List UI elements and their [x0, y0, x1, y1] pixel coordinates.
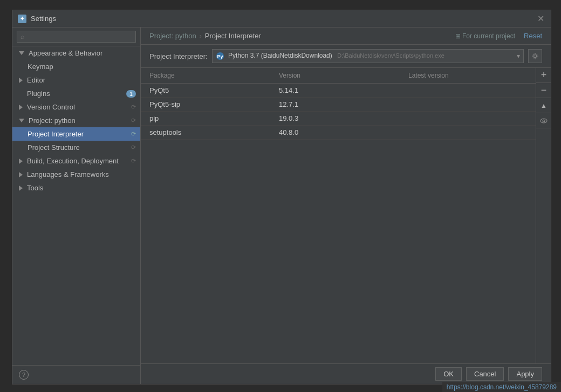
col-package: Package — [141, 70, 270, 81]
dialog-title: Settings — [31, 15, 56, 23]
sidebar: Appearance & Behavior Keymap Editor Plug… — [12, 27, 141, 384]
content-with-controls: Package Version Latest version PyQt5 5.1… — [141, 68, 551, 363]
table-row[interactable]: PyQt5 5.14.1 — [141, 84, 536, 98]
project-structure-icon: ⟳ — [131, 144, 136, 151]
col-version: Version — [270, 70, 400, 81]
breadcrumb-bar: Project: python › Project Interpreter ⊞ … — [141, 27, 551, 45]
sidebar-item-keymap[interactable]: Keymap — [12, 60, 140, 73]
for-current-label: ⊞ For current project — [455, 32, 515, 40]
gear-button[interactable] — [528, 49, 542, 63]
triangle-icon — [19, 78, 23, 83]
cancel-button[interactable]: Cancel — [466, 367, 504, 381]
main-content: Project: python › Project Interpreter ⊞ … — [141, 27, 551, 384]
close-button[interactable]: ✕ — [536, 14, 545, 24]
sidebar-item-languages-frameworks[interactable]: Languages & Frameworks — [12, 168, 140, 181]
table-section: Package Version Latest version PyQt5 5.1… — [141, 68, 536, 363]
sidebar-item-appearance-behavior[interactable]: Appearance & Behavior — [12, 46, 140, 60]
triangle-icon — [19, 185, 23, 191]
breadcrumb-right: ⊞ For current project Reset — [455, 32, 542, 40]
sidebar-item-project-interpreter[interactable]: Project Interpreter ⟳ — [12, 127, 140, 141]
package-version: 5.14.1 — [270, 84, 400, 97]
package-latest — [400, 116, 536, 121]
package-version: 19.0.3 — [270, 112, 400, 125]
triangle-icon — [19, 119, 24, 122]
remove-package-button[interactable]: − — [536, 83, 551, 98]
breadcrumb-separator: › — [200, 32, 202, 40]
table-row[interactable]: pip 19.0.3 — [141, 112, 536, 126]
project-icon: ⟳ — [131, 117, 136, 124]
table-row[interactable]: PyQt5-sip 12.7.1 — [141, 98, 536, 112]
package-version: 12.7.1 — [270, 98, 400, 111]
interpreter-select[interactable]: Py Python 3.7 (BaiduNetdiskDownload) D:\… — [212, 49, 524, 63]
package-latest — [400, 130, 536, 135]
help-area: ? — [12, 365, 140, 384]
svg-point-3 — [541, 119, 547, 123]
svg-text:Py: Py — [217, 54, 223, 59]
package-version: 40.8.0 — [270, 126, 400, 139]
triangle-icon — [19, 172, 23, 177]
package-latest — [400, 88, 536, 93]
triangle-icon — [19, 159, 23, 164]
apply-button[interactable]: Apply — [508, 367, 542, 381]
sidebar-item-version-control[interactable]: Version Control ⟳ — [12, 100, 140, 114]
build-icon: ⟳ — [131, 157, 136, 164]
breadcrumb-current: Project Interpreter — [205, 32, 261, 40]
breadcrumb-parent[interactable]: Project: python — [149, 32, 196, 40]
interpreter-select-text: Py Python 3.7 (BaiduNetdiskDownload) D:\… — [216, 52, 444, 60]
sidebar-item-plugins[interactable]: Plugins 1 — [12, 87, 140, 100]
package-name: setuptools — [141, 126, 270, 139]
reset-button[interactable]: Reset — [524, 32, 542, 40]
scroll-up-button[interactable]: ▲ — [536, 98, 551, 113]
svg-point-2 — [534, 55, 537, 58]
dropdown-arrow-icon: ▾ — [517, 52, 520, 60]
search-box — [12, 27, 140, 46]
add-package-button[interactable]: + — [536, 68, 551, 83]
col-latest: Latest version — [400, 70, 536, 81]
sidebar-item-editor[interactable]: Editor — [12, 73, 140, 87]
plugins-badge: 1 — [126, 90, 136, 98]
version-control-icon: ⟳ — [131, 104, 136, 111]
package-name: PyQt5 — [141, 84, 270, 97]
bottom-bar: OK Cancel Apply — [141, 363, 551, 384]
eye-icon — [540, 118, 548, 123]
table-controls: + − ▲ — [536, 68, 551, 363]
triangle-icon — [19, 105, 23, 110]
interpreter-label: Project Interpreter: — [149, 52, 208, 60]
help-button[interactable]: ? — [19, 370, 29, 380]
package-latest — [400, 102, 536, 107]
table-header: Package Version Latest version — [141, 68, 536, 84]
svg-point-4 — [543, 120, 545, 122]
interpreter-row: Project Interpreter: Py Python 3.7 (Baid… — [141, 45, 551, 68]
gear-icon — [531, 52, 539, 60]
python-icon: Py — [216, 52, 224, 60]
dialog-body: Appearance & Behavior Keymap Editor Plug… — [12, 27, 551, 384]
dialog-title-left: ✦ Settings — [18, 15, 56, 23]
ok-button[interactable]: OK — [435, 367, 462, 381]
sidebar-item-project-python[interactable]: Project: python ⟳ — [12, 114, 140, 127]
table-body: PyQt5 5.14.1 PyQt5-sip 12.7.1 pip 19.0.3 — [141, 84, 536, 363]
eye-button[interactable] — [536, 113, 551, 128]
project-interpreter-icon: ⟳ — [131, 130, 136, 137]
table-row[interactable]: setuptools 40.8.0 — [141, 126, 536, 140]
triangle-icon — [19, 51, 24, 55]
dialog-titlebar: ✦ Settings ✕ — [12, 10, 551, 27]
settings-icon: ✦ — [18, 15, 26, 23]
sidebar-item-tools[interactable]: Tools — [12, 181, 140, 195]
sidebar-item-project-structure[interactable]: Project Structure ⟳ — [12, 141, 140, 154]
search-input[interactable] — [17, 31, 136, 43]
url-bar: https://blog.csdn.net/weixin_45879289 — [442, 382, 561, 392]
settings-dialog: ✦ Settings ✕ Appearance & Behavior Keyma… — [12, 10, 551, 384]
sidebar-item-build-execution[interactable]: Build, Execution, Deployment ⟳ — [12, 154, 140, 168]
package-name: PyQt5-sip — [141, 98, 270, 111]
package-name: pip — [141, 112, 270, 125]
